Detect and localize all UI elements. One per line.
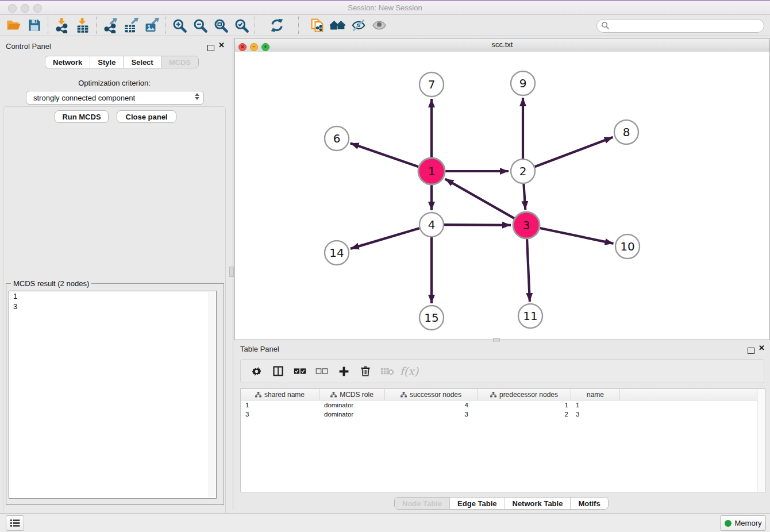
tab-node-table[interactable]: Node Table	[395, 498, 449, 509]
cell-predecessor-nodes[interactable]: 2	[478, 410, 571, 419]
result-scrollbar[interactable]	[209, 292, 215, 498]
table-row[interactable]: 1 dominator 4 1 1	[241, 400, 765, 410]
graph-edge-3-11[interactable]	[527, 239, 530, 302]
cell-successor-nodes[interactable]: 3	[385, 410, 478, 419]
graph-edge-2-3[interactable]	[523, 184, 525, 210]
graph-node-2[interactable]: 2	[511, 159, 535, 183]
graph-node-1[interactable]: 1	[418, 158, 445, 184]
network-canvas[interactable]: 7968124314101511	[235, 52, 769, 340]
fx-icon: f(x)	[400, 365, 419, 377]
zoom-fit-button[interactable]	[210, 16, 231, 35]
cell-predecessor-nodes[interactable]: 1	[478, 400, 571, 410]
splitter-grip[interactable]	[229, 267, 234, 277]
zoom-window-button[interactable]	[33, 4, 42, 13]
graph-edge-3-1[interactable]	[445, 179, 514, 218]
criterion-dropdown[interactable]: strongly connected component	[26, 91, 204, 105]
close-control-panel-button[interactable]: ✕	[218, 43, 225, 48]
close-table-panel-button[interactable]: ✕	[759, 345, 765, 351]
function-builder-button[interactable]: f(x)	[398, 361, 420, 381]
close-panel-button[interactable]: Close panel	[117, 110, 176, 123]
graph-node-10[interactable]: 10	[615, 234, 640, 259]
graph-edge-3-10[interactable]	[540, 228, 613, 244]
clone-network-button[interactable]	[307, 16, 328, 35]
graph-node-11[interactable]: 11	[518, 304, 542, 328]
cell-mcds-role[interactable]: dominator	[319, 400, 385, 410]
graph-node-7[interactable]: 7	[419, 72, 444, 97]
sort-icon	[255, 392, 261, 398]
tab-mcds[interactable]: MCDS	[161, 56, 198, 68]
close-window-button[interactable]	[8, 4, 17, 13]
task-history-button[interactable]	[6, 515, 24, 531]
graph-node-4[interactable]: 4	[419, 213, 444, 237]
panel-splitter[interactable]	[229, 38, 234, 510]
column-browser-button[interactable]	[267, 361, 289, 381]
window-controls[interactable]	[8, 4, 46, 15]
network-close-button[interactable]: ×	[238, 43, 247, 51]
network-maximize-button[interactable]: +	[261, 43, 270, 51]
table-settings-button[interactable]	[245, 361, 267, 381]
delete-table-button[interactable]	[376, 361, 398, 381]
tab-select[interactable]: Select	[123, 56, 160, 68]
column-header-predecessor-nodes[interactable]: predecessor nodes	[478, 389, 571, 400]
import-table-button[interactable]	[72, 16, 93, 35]
mcds-result-list[interactable]: 1 3	[9, 291, 217, 499]
minimize-window-button[interactable]	[21, 4, 29, 13]
tab-motifs[interactable]: Motifs	[570, 498, 607, 509]
graph-node-9[interactable]: 9	[511, 71, 535, 95]
column-header-successor-nodes[interactable]: successor nodes	[385, 389, 478, 400]
network-minimize-button[interactable]: −	[250, 43, 258, 51]
open-session-button[interactable]	[3, 16, 24, 35]
table-row[interactable]: 3 dominator 3 2 3	[241, 410, 765, 419]
graph-edge-2-8[interactable]	[535, 137, 613, 167]
zoom-out-button[interactable]	[190, 16, 210, 35]
import-network-button[interactable]	[52, 16, 72, 35]
select-all-columns-button[interactable]	[289, 361, 311, 381]
memory-button[interactable]: Memory	[720, 515, 766, 531]
tab-network-table[interactable]: Network Table	[505, 498, 571, 509]
float-table-panel-button[interactable]	[748, 346, 754, 356]
table-scrollbar[interactable]	[757, 389, 765, 492]
export-image-icon	[144, 17, 160, 33]
delete-column-button[interactable]	[355, 361, 376, 381]
tab-style[interactable]: Style	[90, 56, 123, 68]
unselect-all-columns-button[interactable]	[311, 361, 333, 381]
run-mcds-button[interactable]: Run MCDS	[55, 110, 109, 123]
zoom-selected-button[interactable]	[231, 16, 252, 35]
eye-slash-icon	[351, 18, 367, 33]
export-network-button[interactable]	[100, 16, 121, 35]
search-input[interactable]	[596, 19, 764, 33]
graph-edge-4-3[interactable]	[444, 225, 511, 225]
cell-mcds-role[interactable]: dominator	[319, 410, 385, 419]
export-table-button[interactable]	[121, 16, 141, 35]
cell-name[interactable]: 1	[571, 400, 620, 410]
tab-network[interactable]: Network	[45, 56, 90, 68]
refresh-button[interactable]	[267, 16, 287, 35]
graph-edge-4-14[interactable]	[351, 228, 419, 249]
hide-selected-button[interactable]	[348, 16, 369, 35]
cell-successor-nodes[interactable]: 4	[385, 400, 478, 410]
show-all-button[interactable]	[369, 16, 390, 35]
tab-edge-table[interactable]: Edge Table	[449, 498, 504, 509]
cell-shared-name[interactable]: 3	[241, 410, 319, 419]
network-window-titlebar[interactable]: scc.txt ×−+	[235, 38, 769, 52]
float-control-panel-button[interactable]	[207, 43, 214, 53]
save-session-button[interactable]	[24, 16, 45, 35]
create-column-button[interactable]	[333, 361, 355, 381]
search-box	[596, 19, 764, 33]
graph-node-14[interactable]: 14	[325, 241, 349, 265]
mcds-result-item[interactable]: 3	[9, 302, 216, 312]
column-header-mcds-role[interactable]: MCDS role	[319, 389, 385, 400]
cell-shared-name[interactable]: 1	[241, 400, 319, 410]
first-neighbors-button[interactable]	[328, 16, 348, 35]
graph-node-3[interactable]: 3	[513, 212, 540, 238]
column-header-name[interactable]: name	[571, 389, 620, 400]
mcds-result-item[interactable]: 1	[9, 291, 216, 302]
graph-node-8[interactable]: 8	[614, 120, 638, 144]
export-image-button[interactable]	[141, 16, 162, 35]
graph-edge-1-6[interactable]	[351, 143, 419, 167]
column-header-shared-name[interactable]: shared name	[241, 389, 319, 400]
graph-node-6[interactable]: 6	[325, 126, 349, 151]
zoom-in-button[interactable]	[169, 16, 190, 35]
graph-node-15[interactable]: 15	[419, 306, 444, 330]
cell-name[interactable]: 3	[571, 410, 620, 419]
